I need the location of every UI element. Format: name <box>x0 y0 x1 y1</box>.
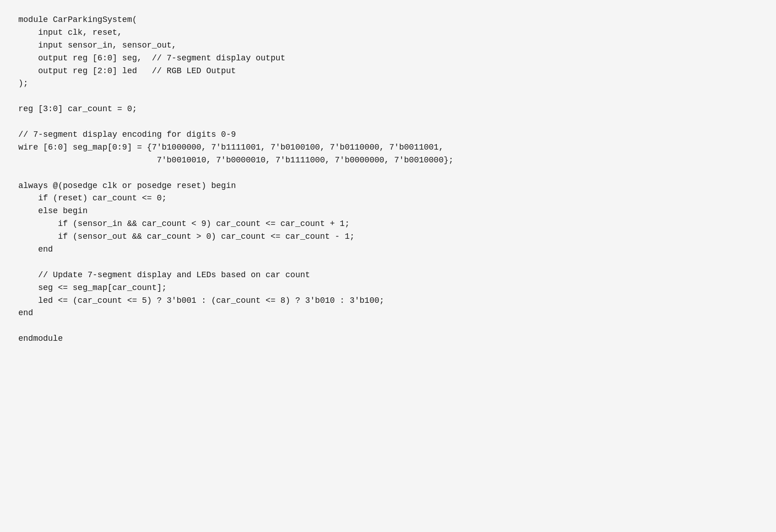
code-display: module CarParkingSystem( input clk, rese… <box>18 14 758 345</box>
